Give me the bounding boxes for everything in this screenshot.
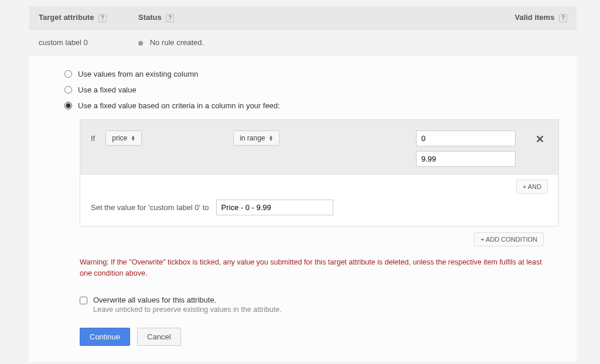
set-value-label: Set the value for 'custom label 0' to <box>91 203 209 212</box>
overwrite-title: Overwrite all values for this attribute. <box>93 296 282 304</box>
header-target: Target attribute <box>39 13 94 22</box>
continue-button[interactable]: Continue <box>80 328 130 346</box>
criteria-box: If price ▲▼ in range ▲▼ ✕ + AND <box>80 119 559 226</box>
range-from-input[interactable] <box>416 131 516 146</box>
remove-condition-icon[interactable]: ✕ <box>532 131 548 148</box>
if-label: If <box>91 131 95 143</box>
warning-text: Warning: If the "Overwrite" tickbox is t… <box>80 257 544 279</box>
column-value: price <box>112 134 127 142</box>
attribute-row: custom label 0 No rule created. <box>29 30 577 55</box>
cancel-button[interactable]: Cancel <box>137 328 180 346</box>
option-fixed-value[interactable]: Use a fixed value <box>64 82 559 98</box>
radio-criteria[interactable] <box>64 102 72 109</box>
radio-fixed-value[interactable] <box>64 86 72 94</box>
header-valid: Valid items <box>514 13 554 22</box>
help-icon[interactable]: ? <box>559 14 567 22</box>
set-value-input[interactable] <box>216 200 333 215</box>
condition-row: If price ▲▼ in range ▲▼ ✕ <box>80 120 558 175</box>
option-label: Use values from an existing column <box>78 70 198 78</box>
sort-icon: ▲▼ <box>131 135 135 141</box>
header-status: Status <box>138 13 162 22</box>
overwrite-subtitle: Leave unticked to preserve existing valu… <box>93 305 282 314</box>
add-and-button[interactable]: + AND <box>516 180 548 194</box>
status-text: No rule created. <box>150 38 204 47</box>
option-label: Use a fixed value based on criteria in a… <box>78 101 280 110</box>
option-label: Use a fixed value <box>78 85 137 94</box>
option-criteria[interactable]: Use a fixed value based on criteria in a… <box>64 98 559 114</box>
option-existing-column[interactable]: Use values from an existing column <box>64 66 559 82</box>
add-condition-button[interactable]: + ADD CONDITION <box>474 232 544 246</box>
target-attribute-value: custom label 0 <box>39 38 88 47</box>
help-icon[interactable]: ? <box>166 14 174 22</box>
range-to-input[interactable] <box>416 151 516 167</box>
radio-existing-column[interactable] <box>64 70 72 78</box>
status-dot-icon <box>138 41 143 46</box>
help-icon[interactable]: ? <box>98 14 107 22</box>
operator-value: in range <box>240 134 265 142</box>
column-dropdown[interactable]: price ▲▼ <box>105 131 142 146</box>
operator-dropdown[interactable]: in range ▲▼ <box>233 131 279 146</box>
column-headers: Target attribute ? Status ? Valid items … <box>29 6 577 30</box>
sort-icon: ▲▼ <box>269 135 274 141</box>
overwrite-checkbox[interactable] <box>80 297 87 304</box>
